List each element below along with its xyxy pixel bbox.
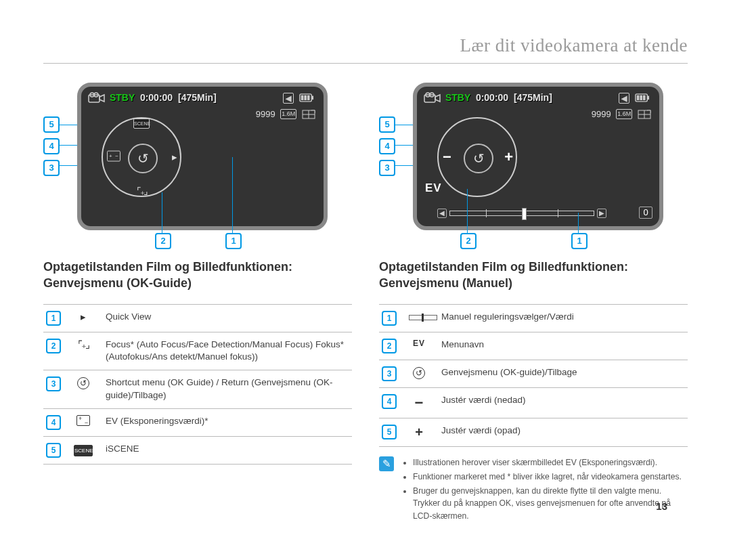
left-column: 5 4 3 STBY 0:00:00 [475Min] ◀ (43, 83, 352, 524)
legend-text: Quick View (106, 311, 349, 324)
legend-text: Shortcut menu (OK Guide) / Return (Genve… (106, 376, 349, 402)
legend-row: 1 Manuel reguleringsvælger/Værdi (379, 305, 688, 332)
camera-icon (88, 92, 106, 104)
timecode-text: 0:00:00 (140, 92, 173, 103)
slider-left-icon: ◀ (437, 209, 447, 218)
lcd-screen-right: STBY 0:00:00 [475Min] ◀ 9999 1.6M (413, 83, 663, 230)
control-wheel-left: ↺ SCENE ▸ ⌜₊⌟ (102, 117, 181, 197)
callout-2: 2 (155, 233, 171, 249)
note-item: Funktioner markeret med * bliver ikke la… (413, 471, 688, 483)
right-callouts-543: 5 4 3 (379, 116, 395, 181)
wheel-right-play: ▸ (172, 151, 177, 163)
note-indicator-icon: ✎ (379, 456, 394, 471)
legend-row: 2 EV Menunavn (379, 332, 688, 360)
callout-5: 5 (379, 116, 395, 133)
focus-icon: ⌜₊⌟ (73, 339, 93, 351)
legend-num: 1 (382, 311, 397, 326)
wheel-top-iscene: SCENE (133, 117, 150, 129)
left-callouts-543: 5 4 3 (43, 116, 60, 181)
lcd-line2: 9999 1.6M (256, 108, 315, 119)
slider-icon (409, 311, 429, 322)
svg-rect-6 (304, 95, 307, 100)
stby-text: STBY (445, 92, 470, 103)
callout-1: 1 (571, 233, 588, 249)
notes-block: ✎ Illustrationen herover viser skærmbill… (379, 456, 688, 524)
legend-num: 2 (46, 339, 61, 353)
back-icon: ◀ (283, 93, 294, 104)
card-grid-icon (302, 110, 315, 119)
resolution-badge: 1.6M (616, 109, 632, 119)
legend-row: 5 SCENE iSCENE (43, 437, 352, 465)
legend-row: 5 + Justér værdi (opad) (379, 418, 688, 447)
svg-rect-4 (311, 96, 313, 100)
legend-num: 5 (46, 443, 61, 458)
legend-num: 4 (382, 394, 397, 409)
svg-rect-7 (307, 95, 310, 100)
svg-rect-18 (643, 95, 646, 100)
svg-rect-15 (647, 96, 649, 100)
battery-icon (635, 93, 650, 104)
wheel-center-ok: ↺ (464, 144, 493, 173)
camera-icon (424, 92, 441, 104)
legend-num: 4 (46, 415, 61, 430)
page-title: Lær dit videokamera at kende (460, 35, 688, 56)
legend-text: EV (Eksponeringsværdi)* (106, 415, 349, 428)
wheel-left-ev (107, 151, 120, 164)
lcd-panel-left: 5 4 3 STBY 0:00:00 [475Min] ◀ (43, 83, 352, 245)
minus-icon: − (409, 394, 429, 412)
lcd-line2: 9999 1.6M (592, 108, 651, 119)
content-columns: 5 4 3 STBY 0:00:00 [475Min] ◀ (43, 83, 688, 524)
left-heading: Optagetilstanden Film og Billedfunktione… (43, 259, 352, 292)
legend-text: Focus* (Auto Focus/Face Detection/Manual… (106, 339, 349, 364)
legend-row: 3 ↺ Genvejsmenu (OK-guide)/Tilbage (379, 360, 688, 388)
callout-5: 5 (43, 116, 60, 133)
legend-num: 3 (46, 376, 61, 391)
legend-text: Justér værdi (nedad) (441, 394, 685, 407)
legend-row: 2 ⌜₊⌟ Focus* (Auto Focus/Face Detection/… (43, 332, 352, 371)
stby-text: STBY (110, 92, 135, 103)
legend-num: 3 (382, 366, 397, 381)
legend-text: Justér værdi (opad) (441, 425, 685, 437)
frame-count: 9999 (592, 109, 611, 119)
legend-text: Menunavn (441, 339, 685, 351)
resolution-badge: 1.6M (280, 109, 296, 119)
battery-icon (299, 93, 314, 104)
callout-3: 3 (43, 160, 60, 176)
legend-row: 4 − Justér værdi (nedad) (379, 388, 688, 418)
svg-rect-16 (637, 95, 640, 100)
lcd-screen-left: STBY 0:00:00 [475Min] ◀ 9999 1.6M (77, 83, 328, 230)
legend-row: 4 EV (Eksponeringsværdi)* (43, 409, 352, 437)
card-grid-icon (638, 110, 651, 119)
scene-icon: SCENE (73, 443, 93, 456)
callout-3: 3 (379, 160, 395, 176)
page-header: Lær dit videokamera at kende (43, 35, 688, 64)
plus-icon: + (409, 425, 429, 440)
wheel-left-minus: − (443, 148, 451, 166)
legend-num: 1 (46, 311, 61, 326)
note-item: Bruger du genvejsknappen, kan du direkte… (413, 485, 688, 522)
ev-icon (73, 415, 93, 428)
slider-right-icon: ▶ (597, 209, 606, 218)
slider-value: 0 (639, 207, 652, 219)
ev-text-icon: EV (409, 339, 429, 348)
lcd-status-row: STBY 0:00:00 [475Min] ◀ (88, 92, 317, 107)
timecode-text: 0:00:00 (476, 92, 508, 103)
wheel-center-ok: ↺ (128, 144, 158, 173)
lcd-panel-right: 5 4 3 STBY 0:00:00 [475Min] ◀ (379, 83, 688, 245)
legend-num: 5 (382, 425, 397, 439)
top-right-icons: ◀ (619, 92, 650, 104)
legend-row: 3 ↺ Shortcut menu (OK Guide) / Return (G… (43, 370, 352, 409)
play-icon: ▸ (73, 311, 93, 323)
svg-rect-17 (640, 95, 642, 100)
left-legend: 1 ▸ Quick View 2 ⌜₊⌟ Focus* (Auto Focus/… (43, 304, 352, 465)
callout-2: 2 (460, 233, 477, 249)
svg-rect-5 (301, 95, 304, 100)
right-legend: 1 Manuel reguleringsvælger/Værdi 2 EV Me… (379, 304, 688, 447)
minutes-text: [475Min] (178, 92, 217, 103)
slider-bar (449, 211, 594, 216)
legend-num: 2 (382, 339, 397, 353)
control-wheel-right: ↺ − + (437, 117, 517, 197)
return-icon: ↺ (409, 366, 429, 379)
right-heading: Optagetilstanden Film og Billedfunktione… (379, 259, 688, 292)
right-column: 5 4 3 STBY 0:00:00 [475Min] ◀ (379, 83, 688, 524)
